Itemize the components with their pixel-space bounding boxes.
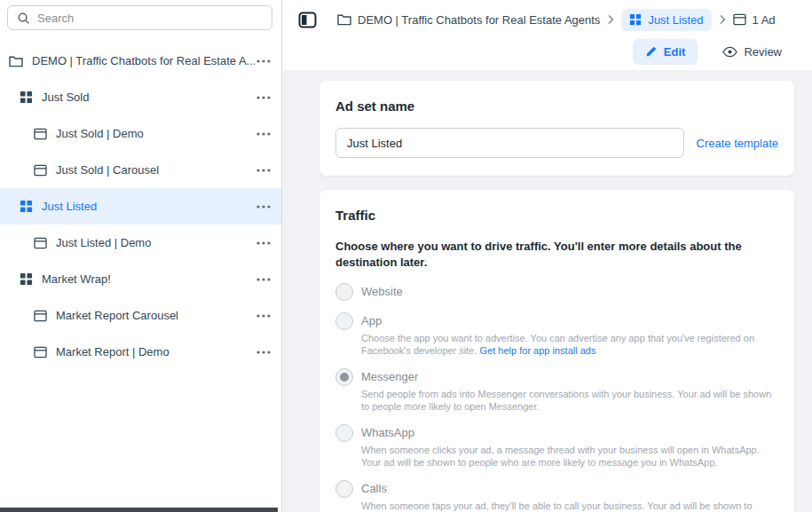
- sidebar-item-label: Just Listed: [42, 200, 255, 213]
- review-button[interactable]: Review: [722, 45, 782, 59]
- pencil-icon: [645, 45, 658, 58]
- sidebar-item-label: Just Sold | Demo: [56, 127, 255, 140]
- adset-grid-icon: [20, 272, 33, 286]
- campaign-tree: DEMO | Traffic Chatbots for Real Estate …: [0, 43, 281, 370]
- traffic-card: Traffic Choose where you want to drive t…: [319, 190, 794, 512]
- sidebar-item-label: Market Wrap!: [42, 272, 255, 286]
- ad-window-icon: [34, 237, 47, 249]
- radio-whatsapp[interactable]: [335, 424, 353, 442]
- edit-button[interactable]: Edit: [633, 39, 698, 65]
- ad-window-icon: [34, 310, 47, 322]
- sidebar-item-just-listed-demo[interactable]: Just Listed | Demo: [0, 224, 281, 261]
- sidebar: DEMO | Traffic Chatbots for Real Estate …: [0, 0, 282, 512]
- adset-name-card: Ad set name Create template: [319, 81, 794, 176]
- app-root: DEMO | Traffic Chatbots for Real Estate …: [0, 0, 812, 512]
- more-options-icon[interactable]: [255, 56, 272, 67]
- sidebar-item-label: Market Report | Demo: [56, 345, 255, 358]
- traffic-option-calls[interactable]: Calls When someone taps your ad, they'll…: [335, 480, 778, 512]
- sidebar-item-market-wrap[interactable]: Market Wrap!: [0, 261, 281, 297]
- sidebar-item-label: Just Sold | Carousel: [56, 163, 255, 177]
- breadcrumb-campaign[interactable]: DEMO | Traffic Chatbots for Real Estate …: [337, 13, 600, 27]
- adset-name-title: Ad set name: [335, 98, 778, 114]
- eye-icon: [722, 46, 737, 58]
- chevron-right-icon: [606, 13, 615, 26]
- adset-name-input[interactable]: [335, 128, 684, 158]
- breadcrumb: DEMO | Traffic Chatbots for Real Estate …: [298, 6, 796, 33]
- radio-calls[interactable]: [335, 480, 353, 498]
- option-body: Calls When someone taps your ad, they'll…: [361, 480, 778, 512]
- adset-name-row: Create template: [335, 128, 778, 158]
- more-options-icon[interactable]: [255, 165, 272, 176]
- breadcrumb-adset[interactable]: Just Listed: [621, 9, 711, 31]
- adset-grid-icon: [20, 91, 33, 104]
- radio-website[interactable]: [335, 283, 353, 301]
- sidebar-item-just-sold-carousel[interactable]: Just Sold | Carousel: [0, 152, 281, 188]
- radio-messenger[interactable]: [335, 368, 353, 386]
- option-body: WhatsApp When someone clicks your ad, a …: [361, 424, 778, 469]
- traffic-title: Traffic: [335, 208, 778, 223]
- option-label: Website: [361, 283, 403, 301]
- option-body: Messenger Send people from ads into Mess…: [361, 368, 778, 413]
- more-options-icon[interactable]: [255, 92, 272, 103]
- more-options-icon[interactable]: [255, 238, 272, 248]
- traffic-intro: Choose where you want to drive traffic. …: [335, 239, 778, 271]
- breadcrumb-label: Just Listed: [648, 13, 703, 27]
- sidebar-item-label: Just Sold: [42, 91, 255, 104]
- search-input[interactable]: [37, 12, 263, 25]
- option-label: App: [361, 312, 778, 330]
- ad-window-icon: [733, 13, 746, 26]
- breadcrumb-label: DEMO | Traffic Chatbots for Real Estate …: [358, 13, 600, 27]
- ad-window-icon: [34, 346, 47, 358]
- header-actions: Edit Review: [298, 33, 796, 70]
- option-description: When someone taps your ad, they'll be ab…: [361, 500, 778, 512]
- content-area: Ad set name Create template Traffic Choo…: [282, 70, 812, 512]
- traffic-option-app[interactable]: App Choose the app you want to advertise…: [335, 312, 778, 357]
- app-install-help-link[interactable]: Get help for app install ads: [480, 345, 596, 356]
- more-options-icon[interactable]: [255, 274, 272, 285]
- option-description: Send people from ads into Messenger conv…: [361, 388, 778, 413]
- breadcrumb-ad[interactable]: 1 Ad: [733, 13, 776, 27]
- more-options-icon[interactable]: [255, 347, 272, 358]
- search-icon: [17, 12, 30, 25]
- adset-grid-icon: [629, 13, 642, 26]
- sidebar-item-label: DEMO | Traffic Chatbots for Real Estate …: [32, 54, 255, 67]
- sidebar-item-just-sold-demo[interactable]: Just Sold | Demo: [0, 115, 281, 152]
- sidebar-item-market-report-demo[interactable]: Market Report | Demo: [0, 334, 281, 370]
- option-label: Messenger: [361, 368, 778, 386]
- option-description: Choose the app you want to advertise. Yo…: [361, 332, 778, 357]
- radio-app[interactable]: [335, 312, 353, 330]
- traffic-option-website[interactable]: Website: [335, 283, 778, 301]
- sidebar-horizontal-scrollbar[interactable]: [0, 508, 278, 512]
- top-bar: DEMO | Traffic Chatbots for Real Estate …: [282, 0, 812, 70]
- sidebar-item-label: Just Listed | Demo: [56, 236, 255, 249]
- sidebar-item-label: Market Report Carousel: [56, 309, 255, 322]
- main-panel: DEMO | Traffic Chatbots for Real Estate …: [282, 0, 812, 512]
- breadcrumb-label: 1 Ad: [753, 13, 776, 27]
- sidebar-item-just-sold[interactable]: Just Sold: [0, 79, 281, 115]
- sidebar-item-just-listed[interactable]: Just Listed: [0, 188, 281, 224]
- more-options-icon[interactable]: [255, 129, 272, 139]
- sidebar-toggle-icon[interactable]: [298, 11, 317, 29]
- folder-icon: [9, 55, 23, 67]
- more-options-icon[interactable]: [255, 201, 272, 212]
- folder-icon: [337, 13, 351, 26]
- create-template-link[interactable]: Create template: [697, 137, 779, 150]
- traffic-option-whatsapp[interactable]: WhatsApp When someone clicks your ad, a …: [335, 424, 778, 469]
- adset-grid-icon: [20, 200, 33, 213]
- option-description: When someone clicks your ad, a message t…: [361, 444, 778, 469]
- traffic-options: Website App Choose the app you want to a…: [335, 283, 778, 512]
- search-box: [7, 5, 272, 30]
- sidebar-item-market-report-carousel[interactable]: Market Report Carousel: [0, 297, 281, 334]
- sidebar-item-demo-folder[interactable]: DEMO | Traffic Chatbots for Real Estate …: [0, 43, 281, 79]
- option-body: App Choose the app you want to advertise…: [361, 312, 778, 357]
- option-label: Calls: [361, 480, 778, 498]
- edit-button-label: Edit: [664, 45, 686, 59]
- ad-window-icon: [34, 128, 47, 140]
- review-button-label: Review: [744, 45, 782, 59]
- chevron-right-icon: [718, 13, 727, 26]
- more-options-icon[interactable]: [255, 311, 272, 321]
- option-label: WhatsApp: [361, 424, 778, 442]
- ad-window-icon: [34, 164, 47, 177]
- option-body: Website: [361, 283, 403, 301]
- traffic-option-messenger[interactable]: Messenger Send people from ads into Mess…: [335, 368, 778, 413]
